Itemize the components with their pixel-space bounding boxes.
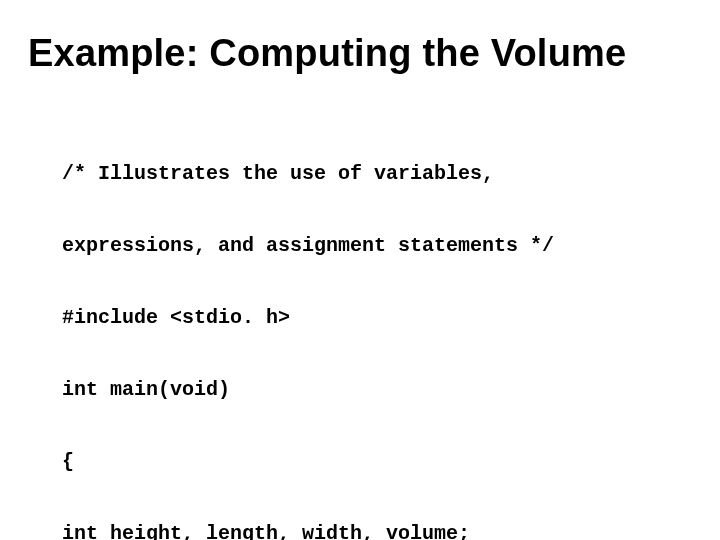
code-line: int main(void) — [62, 378, 554, 402]
slide-title: Example: Computing the Volume — [28, 32, 692, 75]
code-line: { — [62, 450, 554, 474]
code-line: int height, length, width, volume; — [62, 522, 554, 540]
slide: Example: Computing the Volume /* Illustr… — [0, 0, 720, 540]
code-line: expressions, and assignment statements *… — [62, 234, 554, 258]
code-block: /* Illustrates the use of variables, exp… — [62, 114, 554, 540]
code-line: /* Illustrates the use of variables, — [62, 162, 554, 186]
code-line: #include <stdio. h> — [62, 306, 554, 330]
